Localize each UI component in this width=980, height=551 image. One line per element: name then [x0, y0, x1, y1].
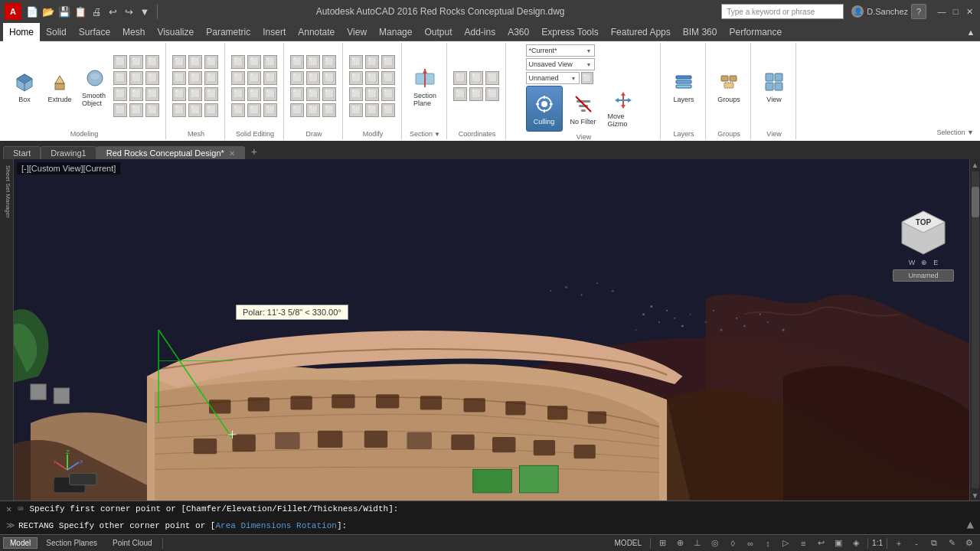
mesh-icon-8[interactable]: ⬜ — [188, 87, 202, 101]
solid-icon-8[interactable]: ⬜ — [247, 87, 261, 101]
draw-icon-7[interactable]: ⬜ — [290, 87, 304, 101]
modify-icon-12[interactable]: ⬜ — [381, 103, 395, 117]
coords-icon-3[interactable]: ⬜ — [485, 71, 499, 85]
tool-icon-9[interactable]: ⬜ — [145, 87, 159, 101]
grid-icon[interactable]: ⊞ — [655, 537, 670, 549]
unnamed-button[interactable]: Unnamed — [893, 269, 954, 282]
new-button[interactable]: 📄 — [24, 4, 40, 19]
otrack-icon[interactable]: ∞ — [743, 537, 758, 549]
draw-icon-5[interactable]: ⬜ — [306, 71, 320, 85]
tab-point-cloud[interactable]: Point Cloud — [106, 537, 159, 549]
solid-icon-1[interactable]: ⬜ — [231, 55, 245, 69]
groups-button[interactable]: Groups — [712, 60, 746, 112]
draw-icon-11[interactable]: ⬜ — [306, 103, 320, 117]
solid-icon-2[interactable]: ⬜ — [247, 55, 261, 69]
modify-icon-4[interactable]: ⬜ — [349, 71, 363, 85]
close-button[interactable]: ✕ — [963, 5, 975, 18]
ortho-icon[interactable]: ⊥ — [690, 537, 705, 549]
osnap-icon[interactable]: ◊ — [725, 537, 740, 549]
custom-model-icon[interactable]: ⧉ — [926, 537, 942, 549]
menu-annotate[interactable]: Annotate — [292, 23, 341, 41]
modify-icon-6[interactable]: ⬜ — [381, 71, 395, 85]
tool-icon-6[interactable]: ⬜ — [145, 71, 159, 85]
maximize-button[interactable]: □ — [949, 5, 962, 18]
solid-icon-6[interactable]: ⬜ — [263, 71, 277, 85]
menu-visualize[interactable]: Visualize — [151, 23, 200, 41]
mesh-icon-1[interactable]: ⬜ — [172, 55, 186, 69]
modify-icon-9[interactable]: ⬜ — [381, 87, 395, 101]
scrollbar-track[interactable] — [972, 171, 979, 488]
menu-home[interactable]: Home — [3, 23, 40, 41]
move-gizmo-button[interactable]: Move Gizmo — [604, 86, 642, 132]
draw-icon-6[interactable]: ⬜ — [322, 71, 336, 85]
menu-featured[interactable]: Featured Apps — [605, 23, 677, 41]
tool-icon-12[interactable]: ⬜ — [145, 103, 159, 117]
scrollbar-up[interactable]: ▲ — [970, 159, 981, 170]
print-button[interactable]: 🖨 — [89, 4, 104, 19]
mesh-icon-3[interactable]: ⬜ — [204, 55, 218, 69]
snap-icon[interactable]: ⊕ — [672, 537, 688, 549]
menu-bim[interactable]: BIM 360 — [677, 23, 724, 41]
unnamed-dropdown[interactable]: Unnamed — [526, 72, 580, 84]
box-button[interactable]: Box — [8, 60, 41, 112]
draw-icon-10[interactable]: ⬜ — [290, 103, 304, 117]
draw-icon-3[interactable]: ⬜ — [322, 55, 336, 69]
tab-close-icon[interactable]: ✕ — [229, 149, 235, 158]
search-bar[interactable]: Type a keyword or phrase — [721, 4, 844, 19]
tool-icon-8[interactable]: ⬜ — [129, 87, 143, 101]
coords-icon-1[interactable]: ⬜ — [453, 71, 467, 85]
tab-section-planes[interactable]: Section Planes — [39, 537, 104, 549]
tab-start[interactable]: Start — [3, 146, 41, 159]
extrude-button[interactable]: Extrude — [43, 60, 77, 112]
open-button[interactable]: 📂 — [41, 4, 56, 19]
mesh-icon-9[interactable]: ⬜ — [204, 87, 218, 101]
modify-icon-5[interactable]: ⬜ — [365, 71, 379, 85]
solid-icon-10[interactable]: ⬜ — [231, 103, 245, 117]
mesh-icon-11[interactable]: ⬜ — [188, 103, 202, 117]
unsaved-view-dropdown[interactable]: Unsaved View — [526, 58, 595, 70]
draw-icon-8[interactable]: ⬜ — [306, 87, 320, 101]
cmd-x-icon[interactable]: ✕ — [6, 504, 11, 515]
solid-icon-11[interactable]: ⬜ — [247, 103, 261, 117]
menu-performance[interactable]: Performance — [723, 23, 788, 41]
workspace-icon[interactable]: ⚙ — [962, 537, 977, 549]
solid-icon-7[interactable]: ⬜ — [231, 87, 245, 101]
tab-drawing1[interactable]: Drawing1 — [41, 146, 96, 159]
mesh-icon-4[interactable]: ⬜ — [172, 71, 186, 85]
section-dropdown-arrow[interactable]: ▼ — [434, 131, 440, 138]
modify-icon-3[interactable]: ⬜ — [381, 55, 395, 69]
solid-icon-9[interactable]: ⬜ — [263, 87, 277, 101]
solid-icon-3[interactable]: ⬜ — [263, 55, 277, 69]
view-icon-extra[interactable]: ⬜ — [581, 72, 593, 84]
menu-view[interactable]: View — [341, 23, 373, 41]
solid-icon-4[interactable]: ⬜ — [231, 71, 245, 85]
tool-icon-3[interactable]: ⬜ — [145, 55, 159, 69]
lw-icon[interactable]: ≡ — [795, 537, 811, 549]
zoom-in-icon[interactable]: + — [891, 537, 906, 549]
coords-icon-5[interactable]: ⬜ — [469, 87, 483, 101]
viewport-canvas[interactable]: [-][Custom View][Current] Polar: 11'-3 5… — [14, 159, 969, 500]
menu-manage[interactable]: Manage — [373, 23, 418, 41]
sheet-set-manager-button[interactable]: Sheet Set Manager — [2, 162, 12, 221]
menu-express[interactable]: Express Tools — [535, 23, 604, 41]
zoom-out-icon[interactable]: - — [909, 537, 924, 549]
draw-icon-2[interactable]: ⬜ — [306, 55, 320, 69]
solid-icon-5[interactable]: ⬜ — [247, 71, 261, 85]
save-button[interactable]: 💾 — [57, 4, 72, 19]
tab-model[interactable]: Model — [3, 537, 38, 549]
minimize-button[interactable]: — — [936, 5, 948, 18]
tool-icon-2[interactable]: ⬜ — [129, 55, 143, 69]
undo-button[interactable]: ↩ — [105, 4, 120, 19]
polar-icon[interactable]: ◎ — [707, 537, 723, 549]
modify-icon-7[interactable]: ⬜ — [349, 87, 363, 101]
coords-icon-6[interactable]: ⬜ — [485, 87, 499, 101]
cmd-expand-icon[interactable]: ▲ — [966, 519, 974, 533]
menu-solid[interactable]: Solid — [40, 23, 73, 41]
menu-insert[interactable]: Insert — [256, 23, 292, 41]
mesh-icon-5[interactable]: ⬜ — [188, 71, 202, 85]
draw-icon-9[interactable]: ⬜ — [322, 87, 336, 101]
info-button[interactable]: ? — [911, 4, 926, 19]
modify-icon-10[interactable]: ⬜ — [349, 103, 363, 117]
tool-icon-1[interactable]: ⬜ — [113, 55, 127, 69]
menu-output[interactable]: Output — [418, 23, 458, 41]
